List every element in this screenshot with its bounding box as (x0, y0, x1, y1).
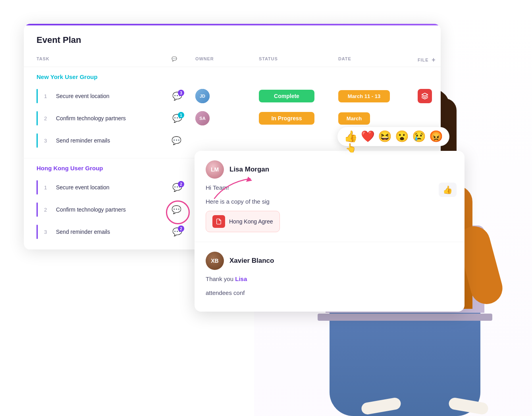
task-cell: 1 Secure event location (37, 89, 172, 103)
task-name: Secure event location (56, 93, 110, 99)
add-column-button[interactable]: + (432, 56, 436, 64)
heart-emoji[interactable]: ❤️ (361, 131, 375, 142)
comment-count: 1 (178, 112, 184, 118)
task-bar (37, 225, 38, 239)
message-sender: Lisa Morgan (229, 166, 269, 173)
cursor-icon: 👆 (345, 143, 356, 153)
comment-count: 3 (178, 90, 184, 96)
comment-icon: 💬 (172, 136, 181, 145)
comment-cell: 💬 2 (172, 226, 195, 237)
comment-cell: 💬 3 (172, 91, 195, 102)
comment-badge[interactable]: 💬 1 (172, 113, 183, 124)
task-name: Send reminder emails (56, 229, 110, 235)
angry-emoji[interactable]: 😡 (429, 131, 443, 142)
table-row: 1 Secure event location 💬 3 JD Complete (37, 85, 428, 107)
pdf-icon (212, 215, 225, 228)
avatar: SA (195, 111, 210, 125)
task-bar (37, 133, 38, 148)
status-badge[interactable]: In Progress (259, 112, 314, 125)
message-text: Thank you Lisa (206, 275, 453, 284)
task-name: Send reminder emails (56, 137, 110, 144)
surprised-emoji[interactable]: 😮 (395, 131, 409, 142)
status-cell: In Progress (259, 112, 338, 125)
message-header: XB Xavier Blanco (206, 252, 453, 270)
mention-link[interactable]: Lisa (235, 275, 247, 282)
laughing-emoji[interactable]: 😆 (378, 131, 392, 142)
comment-badge[interactable]: 💬 2 (172, 182, 183, 193)
file-cell (418, 89, 441, 103)
col-owner: OWNER (195, 56, 259, 64)
card-header: Event Plan (24, 25, 441, 45)
message-bubble: XB Xavier Blanco Thank you Lisa attendee… (195, 242, 465, 312)
table-header: TASK 💬 OWNER STATUS DATE FILE + (24, 53, 441, 67)
comment-cell: 💬 (172, 136, 195, 145)
ny-group-title: New York User Group (37, 73, 428, 80)
comment-count: 2 (178, 225, 184, 232)
task-bar (37, 111, 38, 125)
col-comment: 💬 (172, 56, 195, 64)
file-icon[interactable] (418, 89, 432, 103)
owner-cell: SA (195, 111, 259, 125)
task-number: 3 (44, 229, 50, 235)
circle-annotation (166, 200, 190, 224)
date-cell: March (338, 112, 418, 125)
comment-badge[interactable]: 💬 3 (172, 91, 183, 102)
status-cell: Complete (259, 90, 338, 102)
task-bar (37, 89, 38, 103)
task-cell: 1 Secure event location (37, 180, 172, 195)
task-cell: 3 Send reminder emails (37, 225, 172, 239)
thumbs-up-emoji: 👍 (344, 131, 358, 142)
owner-cell: JD (195, 89, 259, 103)
comment-cell: 💬 1 (172, 113, 195, 124)
emoji-reaction-bar: 👍 👆 ❤️ 😆 😮 😢 😡 (337, 127, 449, 146)
thumbs-up-reaction[interactable]: 👍 👆 (344, 131, 358, 142)
sad-emoji[interactable]: 😢 (412, 131, 426, 142)
col-file: FILE + (418, 56, 441, 64)
task-number: 2 (44, 207, 50, 213)
col-date: DATE (338, 56, 418, 64)
date-badge[interactable]: March 11 - 13 (338, 90, 390, 102)
date-badge[interactable]: March (338, 112, 370, 125)
task-bar (37, 202, 38, 217)
task-number: 3 (44, 138, 50, 144)
task-bar (37, 180, 38, 195)
col-status: STATUS (259, 56, 338, 64)
task-number: 2 (44, 116, 50, 121)
arrow-annotation (210, 175, 258, 206)
task-name: Confirm technology partners (56, 115, 126, 121)
col-task: TASK (37, 56, 172, 64)
task-cell: 2 Confirm technology partners (37, 111, 172, 125)
table-row: 2 Confirm technology partners 💬 1 SA In … (37, 107, 428, 129)
status-badge[interactable]: Complete (259, 90, 314, 102)
task-name: Confirm technology partners (56, 206, 126, 213)
avatar: JD (195, 89, 210, 103)
task-cell: 3 Send reminder emails (37, 133, 172, 148)
main-container: Event Plan TASK 💬 OWNER STATUS DATE FILE… (24, 24, 508, 392)
task-number: 1 (44, 93, 50, 99)
task-name: Secure event location (56, 184, 110, 191)
comment-badge[interactable]: 💬 2 (172, 226, 183, 237)
comment-count: 2 (178, 181, 184, 187)
message-sender: Xavier Blanco (229, 257, 274, 265)
file-name: Hong Kong Agree (229, 218, 273, 225)
message-text-2: attendees conf (206, 289, 453, 298)
date-cell: March 11 - 13 (338, 90, 418, 102)
comment-cell: 💬 2 (172, 182, 195, 193)
file-attachment[interactable]: Hong Kong Agree (206, 211, 280, 232)
avatar: XB (206, 252, 224, 270)
task-cell: 2 Confirm technology partners (37, 202, 172, 217)
like-button[interactable]: 👍 (439, 183, 457, 197)
card-title: Event Plan (37, 35, 428, 45)
task-number: 1 (44, 185, 50, 191)
